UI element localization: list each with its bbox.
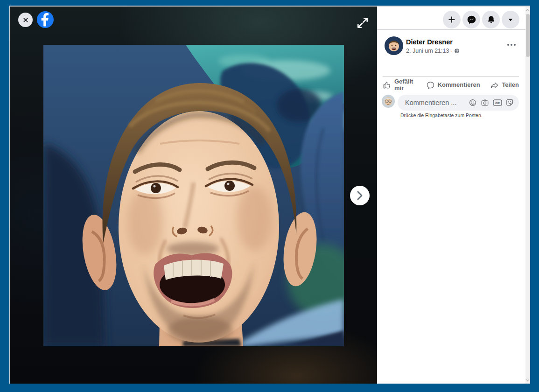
- like-button[interactable]: Gefällt mir: [383, 78, 416, 91]
- comment-input[interactable]: [405, 99, 469, 106]
- chevron-right-icon: [356, 191, 364, 200]
- plus-icon: [447, 15, 456, 24]
- globe-icon: [454, 48, 460, 54]
- gif-button[interactable]: GIF: [493, 98, 502, 107]
- svg-text:GIF: GIF: [495, 101, 500, 105]
- facebook-home-button[interactable]: [37, 11, 54, 28]
- post-author-name[interactable]: Dieter Dresner: [406, 38, 453, 46]
- share-label: Teilen: [502, 82, 519, 88]
- gif-icon: GIF: [493, 98, 502, 107]
- comment-input-pill: GIF: [398, 95, 519, 111]
- post-author-avatar[interactable]: [385, 36, 403, 55]
- photo-attach-button[interactable]: [481, 98, 489, 107]
- post-photo[interactable]: [43, 45, 344, 346]
- photo-image: [43, 45, 344, 346]
- author-avatar-image: [385, 36, 403, 55]
- thumbs-up-icon: [383, 81, 392, 90]
- close-icon: [22, 16, 29, 24]
- post-panel: Dieter Dresner 2. Juni um 21:13 · Gefäll…: [377, 7, 530, 384]
- three-dots-icon: [507, 44, 509, 46]
- facebook-toolbar: [443, 11, 519, 28]
- camera-icon: [481, 98, 489, 107]
- facebook-logo: [37, 11, 54, 28]
- sticker-button[interactable]: [506, 98, 514, 107]
- timestamp-text: 2. Juni um 21:13 ·: [406, 48, 453, 54]
- scroll-down-icon[interactable]: [526, 378, 529, 381]
- next-photo-button[interactable]: [350, 186, 370, 205]
- scrollbar-thumb[interactable]: [526, 14, 530, 57]
- comment-button[interactable]: Kommentieren: [426, 81, 480, 90]
- panel-scrollbar[interactable]: [525, 7, 530, 384]
- share-arrow-icon: [490, 81, 499, 90]
- emoji-button[interactable]: [469, 98, 477, 107]
- photo-viewer-window: Dieter Dresner 2. Juni um 21:13 · Gefäll…: [9, 6, 530, 384]
- like-label: Gefällt mir: [394, 78, 416, 91]
- composer-avatar: [382, 95, 395, 108]
- enter-to-post-hint: Drücke die Eingabetaste zum Posten.: [400, 112, 483, 118]
- comment-label: Kommentieren: [438, 82, 480, 88]
- scroll-up-icon[interactable]: [526, 9, 529, 12]
- notifications-button[interactable]: [482, 11, 500, 28]
- emoji-smiley-icon: [469, 98, 477, 107]
- expand-icon: [356, 16, 369, 29]
- account-caret-icon: [506, 15, 515, 24]
- messenger-button[interactable]: [462, 11, 480, 28]
- share-button[interactable]: Teilen: [490, 81, 519, 90]
- post-actions: Gefällt mir Kommentieren Teilen: [383, 77, 519, 93]
- notifications-bell-icon: [486, 15, 496, 25]
- messenger-icon: [467, 15, 476, 25]
- actions-divider: [383, 76, 519, 77]
- photo-viewer: [10, 7, 377, 384]
- account-menu-button[interactable]: [502, 11, 519, 28]
- composer-icons: GIF: [469, 98, 514, 107]
- post-timestamp[interactable]: 2. Juni um 21:13 ·: [406, 48, 460, 54]
- expand-button[interactable]: [356, 16, 369, 29]
- close-button[interactable]: [18, 13, 33, 27]
- toolbar-divider: [377, 29, 525, 30]
- create-button[interactable]: [443, 11, 461, 28]
- post-options-button[interactable]: [505, 41, 518, 49]
- composer-avatar-image: [382, 95, 395, 108]
- sticker-icon: [506, 98, 514, 107]
- comment-bubble-icon: [426, 81, 435, 90]
